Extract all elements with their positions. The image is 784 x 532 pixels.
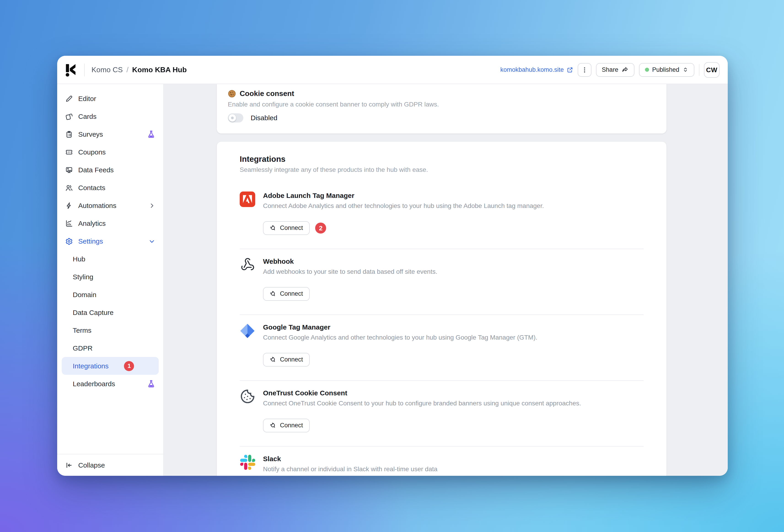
sidebar-item-leaderboards[interactable]: Leaderboards — [62, 375, 159, 393]
gear-icon — [65, 237, 73, 245]
header-divider — [84, 63, 85, 76]
share-arrow-icon — [621, 66, 628, 73]
integration-description: Add webhooks to your site to send data b… — [263, 267, 437, 276]
collapse-icon — [65, 462, 73, 469]
integration-row-gtm: Google Tag Manager Connect Google Analyt… — [240, 315, 644, 380]
sidebar-item-analytics[interactable]: Analytics — [62, 214, 159, 232]
sidebar-subitem-label: Integrations — [73, 362, 109, 370]
gtm-icon — [240, 323, 255, 366]
sidebar-item-label: Settings — [78, 237, 103, 245]
pencil-icon — [65, 95, 73, 102]
site-link[interactable]: komokbahub.komo.site — [500, 66, 573, 73]
integration-row-onetrust: OneTrust Cookie Consent Connect OneTrust… — [240, 380, 644, 446]
zap-icon — [65, 202, 73, 209]
breadcrumb: Komo CS / Komo KBA Hub — [91, 66, 187, 74]
sidebar-item-cards[interactable]: Cards — [62, 108, 159, 125]
published-status-dot — [645, 68, 649, 72]
plug-icon — [270, 291, 276, 297]
sidebar-item-label: Surveys — [78, 130, 103, 138]
share-button[interactable]: Share — [596, 63, 634, 77]
integration-row-slack: Slack Notify a channel or individual in … — [240, 446, 644, 476]
connect-label: Connect — [280, 356, 303, 363]
integration-row-adobe: Adobe Launch Tag Manager Connect Adobe A… — [240, 180, 644, 248]
header-separator — [699, 64, 699, 76]
integration-row-webhook: Webhook Add webhooks to your site to sen… — [240, 248, 644, 315]
integrations-title: Integrations — [240, 154, 644, 164]
cookie-consent-card: Cookie consent Enable and configure a co… — [217, 84, 667, 134]
more-menu-button[interactable] — [578, 63, 591, 77]
sidebar-item-data-capture[interactable]: Data Capture — [62, 303, 159, 321]
step-badge-2: 2 — [315, 223, 326, 234]
integration-description: Connect Adobe Analytics and other techno… — [263, 202, 544, 210]
sidebar-item-coupons[interactable]: Coupons — [62, 143, 159, 161]
chevron-right-icon — [149, 202, 155, 209]
connect-adobe-button[interactable]: Connect — [263, 221, 310, 235]
publish-status-button[interactable]: Published — [639, 63, 694, 77]
sidebar-item-label: Coupons — [78, 148, 106, 156]
sidebar-item-label: Cards — [78, 112, 96, 120]
sidebar-item-label: Automations — [78, 202, 116, 209]
sidebar-item-label: Data Feeds — [78, 166, 114, 174]
app-header: Komo CS / Komo KBA Hub komokbahub.komo.s… — [57, 56, 728, 84]
breadcrumb-workspace[interactable]: Komo CS — [91, 66, 123, 74]
sidebar-item-integrations[interactable]: Integrations 1 — [62, 357, 159, 375]
site-link-label: komokbahub.komo.site — [500, 66, 564, 73]
integration-name: OneTrust Cookie Consent — [263, 389, 581, 396]
breadcrumb-separator: / — [127, 66, 129, 74]
main-content: Cookie consent Enable and configure a co… — [164, 84, 728, 476]
collapse-button[interactable]: Collapse — [57, 454, 163, 476]
sidebar-item-label: Contacts — [78, 184, 105, 191]
sidebar: Editor Cards Surveys — [57, 84, 164, 476]
sidebar-item-settings[interactable]: Settings — [62, 232, 159, 250]
sidebar-item-styling[interactable]: Styling — [62, 268, 159, 286]
sidebar-item-domain[interactable]: Domain — [62, 286, 159, 303]
avatar[interactable]: CW — [704, 62, 720, 78]
webhook-icon — [240, 257, 255, 301]
sidebar-item-data-feeds[interactable]: Data Feeds — [62, 161, 159, 179]
plug-icon — [270, 225, 276, 231]
plug-icon — [270, 422, 276, 428]
connect-webhook-button[interactable]: Connect — [263, 287, 310, 301]
cookie-consent-title: Cookie consent — [240, 90, 294, 98]
komo-logo-icon[interactable] — [64, 63, 77, 77]
sidebar-item-automations[interactable]: Automations — [62, 197, 159, 214]
sidebar-item-gdpr[interactable]: GDPR — [62, 339, 159, 357]
integration-name: Webhook — [263, 257, 437, 265]
integrations-card: Integrations Seamlessly integrate any of… — [217, 142, 667, 476]
integration-description: Notify a channel or individual in Slack … — [263, 465, 438, 473]
experiment-flask-icon — [147, 130, 155, 138]
clipboard-icon — [65, 130, 73, 138]
cookie-consent-toggle[interactable] — [228, 113, 243, 122]
sidebar-item-surveys[interactable]: Surveys — [62, 125, 159, 143]
external-link-icon — [566, 66, 573, 73]
integrations-subtitle: Seamlessly integrate any of these produc… — [240, 166, 644, 173]
breadcrumb-current: Komo KBA Hub — [132, 66, 187, 74]
step-badge-1: 1 — [124, 361, 134, 371]
integration-description: Connect Google Analytics and other techn… — [263, 333, 537, 342]
publish-status-label: Published — [652, 66, 679, 73]
connect-label: Connect — [280, 422, 303, 429]
sidebar-item-label: Analytics — [78, 219, 106, 227]
ticket-icon — [65, 148, 73, 156]
select-chevrons-icon — [682, 67, 689, 73]
kebab-icon — [581, 66, 588, 73]
cards-icon — [65, 113, 73, 120]
share-label: Share — [602, 66, 618, 73]
connect-onetrust-button[interactable]: Connect — [263, 418, 310, 432]
sidebar-subitem-label: Data Capture — [73, 308, 113, 316]
adobe-icon — [240, 191, 255, 235]
sidebar-subitem-label: GDPR — [73, 344, 93, 352]
integration-description: Connect OneTrust Cookie Consent to your … — [263, 399, 581, 408]
bar-chart-icon — [65, 219, 73, 227]
sidebar-item-editor[interactable]: Editor — [62, 90, 159, 108]
sidebar-nav: Editor Cards Surveys — [57, 84, 163, 454]
connect-gtm-button[interactable]: Connect — [263, 353, 310, 366]
users-icon — [65, 184, 73, 191]
integration-name: Slack — [263, 454, 438, 462]
sidebar-item-contacts[interactable]: Contacts — [62, 179, 159, 197]
brand: Komo CS / Komo KBA Hub — [64, 63, 187, 77]
sidebar-item-terms[interactable]: Terms — [62, 321, 159, 339]
sidebar-item-hub[interactable]: Hub — [62, 250, 159, 268]
header-actions: komokbahub.komo.site Share Publishe — [500, 62, 720, 78]
sidebar-subitem-label: Leaderboards — [73, 380, 115, 388]
